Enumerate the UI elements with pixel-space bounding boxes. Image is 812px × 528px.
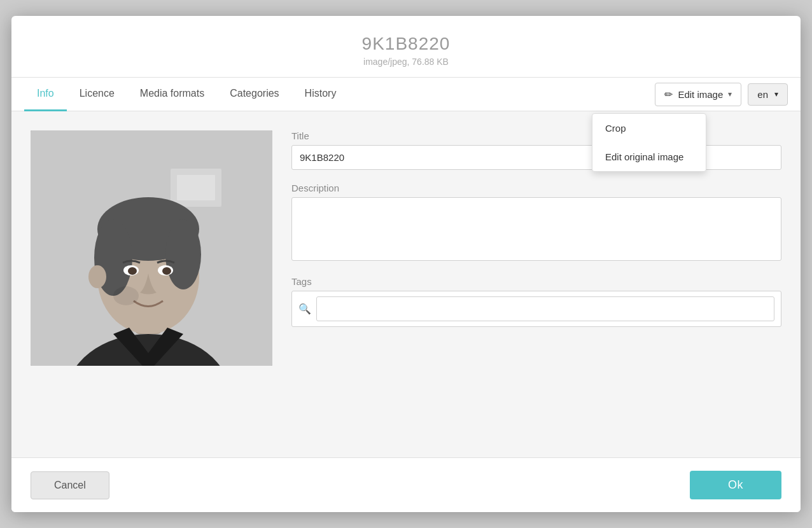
svg-point-13 <box>88 265 106 288</box>
ok-button[interactable]: Ok <box>690 471 781 499</box>
svg-point-12 <box>162 267 171 275</box>
modal-title: 9K1B8220 <box>24 34 788 54</box>
modal-container: 9K1B8220 image/jpeg, 76.88 KB Info Licen… <box>11 16 801 512</box>
tabs-bar: Info Licence Media formats Categories Hi… <box>11 78 801 111</box>
language-button[interactable]: en ▾ <box>748 83 788 106</box>
lang-label: en <box>757 89 768 100</box>
edit-image-dropdown: Crop Edit original image <box>592 113 706 172</box>
tab-categories[interactable]: Categories <box>217 78 291 111</box>
title-group: Title <box>291 130 781 170</box>
modal-header: 9K1B8220 image/jpeg, 76.88 KB <box>11 16 801 78</box>
tab-history[interactable]: History <box>292 78 349 111</box>
lang-caret: ▾ <box>774 90 778 99</box>
title-label: Title <box>291 130 781 141</box>
tags-input-wrap: 🔍 <box>291 291 781 327</box>
tab-licence[interactable]: Licence <box>67 78 127 111</box>
description-textarea[interactable] <box>291 197 781 261</box>
edit-image-button[interactable]: ✏ Edit image ▾ <box>655 83 741 106</box>
pencil-icon: ✏ <box>664 88 673 101</box>
svg-point-8 <box>165 219 201 289</box>
title-input[interactable] <box>291 145 781 170</box>
tags-input[interactable] <box>316 296 774 321</box>
image-preview <box>31 130 272 366</box>
description-label: Description <box>291 183 781 193</box>
form-area: Title Description Tags 🔍 <box>291 130 781 438</box>
svg-point-11 <box>128 267 137 275</box>
description-group: Description <box>291 183 781 263</box>
dropdown-item-edit-original[interactable]: Edit original image <box>592 142 706 171</box>
tags-group: Tags 🔍 <box>291 276 781 327</box>
modal-subtitle: image/jpeg, 76.88 KB <box>24 57 788 67</box>
edit-image-caret: ▾ <box>728 90 732 99</box>
search-icon: 🔍 <box>298 303 311 315</box>
svg-rect-2 <box>177 175 215 200</box>
portrait-svg <box>31 130 272 366</box>
tab-info[interactable]: Info <box>24 78 67 111</box>
svg-point-14 <box>113 286 139 305</box>
dropdown-item-crop[interactable]: Crop <box>592 114 706 142</box>
tags-label: Tags <box>291 276 781 287</box>
modal-footer: Cancel Ok <box>11 457 801 512</box>
tab-media-formats[interactable]: Media formats <box>127 78 217 111</box>
cancel-button[interactable]: Cancel <box>31 471 109 499</box>
edit-image-label: Edit image <box>678 89 723 100</box>
